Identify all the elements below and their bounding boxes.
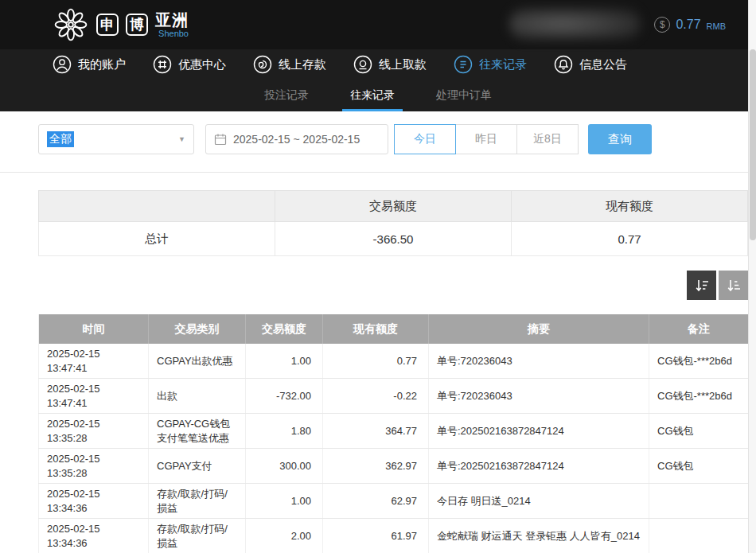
dollar-icon: $ [654,17,670,33]
header-note: 备注 [649,314,749,344]
summary-transaction-total: -366.50 [275,222,512,256]
table-row: 2025-02-15 13:34:36 存款/取款/打码/损益 1.00 62.… [39,484,749,519]
balance-display[interactable]: $ 0.77 RMB [654,0,726,49]
cell-amount: 1.80 [246,414,323,449]
nav-item-online-deposit[interactable]: 线上存款 [253,55,326,74]
cell-time: 2025-02-15 13:35:28 [39,414,149,449]
nav-item-announcements[interactable]: 信息公告 [554,55,627,74]
cell-note: CG钱包-***2b6d [649,379,749,414]
top-header: 申 博 亚洲 Shenbo $ 0.77 RMB [0,0,756,49]
cell-note: CG钱包 [649,414,749,449]
sort-ascending-icon [726,278,742,294]
tab-label: 往来记录 [350,88,395,103]
summary-balance-total: 0.77 [512,222,748,256]
cell-summary: 今日存 明日送_0214 [429,484,649,519]
cell-time: 2025-02-15 13:35:28 [39,449,149,484]
page: 申 博 亚洲 Shenbo $ 0.77 RMB 我的账户 [0,0,756,553]
cell-summary: 单号:202502163872847124 [429,449,649,484]
table-row: 2025-02-15 13:47:41 出款 -732.00 -0.22 单号:… [39,379,749,414]
nav-item-promo-center[interactable]: 优惠中心 [153,55,226,74]
range-button-today[interactable]: 今日 [394,124,456,154]
range-button-last8days[interactable]: 近8日 [516,124,579,154]
cell-note [649,519,749,553]
records-header-row: 时间 交易类别 交易额度 现有额度 摘要 备注 [39,314,749,344]
summary-table: 交易额度 现有额度 总计 -366.50 0.77 [38,190,748,256]
nav-label: 线上取款 [379,57,427,72]
records-icon [454,55,473,74]
withdraw-coin-icon [353,55,372,74]
flower-logo-icon [53,6,89,43]
range-button-yesterday[interactable]: 昨日 [455,124,517,154]
deposit-coin-icon [253,55,272,74]
cell-amount: 2.00 [246,519,323,553]
logo-char-shen: 申 [96,14,119,36]
sort-descending-button[interactable] [687,271,716,300]
cell-amount: 1.00 [246,344,323,379]
date-range-input[interactable]: 2025-02-15 ~ 2025-02-15 [205,124,388,154]
summary-total-label: 总计 [39,222,275,256]
cell-type: CGPAY支付 [149,449,246,484]
summary-header-balance: 现有额度 [512,191,748,222]
category-select[interactable]: 全部 ▼ [38,124,194,154]
nav-item-online-withdraw[interactable]: 线上取款 [353,55,427,74]
cell-time: 2025-02-15 13:47:41 [39,379,149,414]
cell-time: 2025-02-15 13:34:36 [39,519,149,553]
user-icon [53,55,72,74]
table-row: 2025-02-15 13:35:28 CGPAY支付 300.00 362.9… [39,449,749,484]
cell-type: 存款/取款/打码/损益 [149,519,246,553]
cell-balance: 362.97 [323,449,429,484]
promo-grid-icon [153,55,172,74]
cell-summary: 单号:720236043 [429,344,649,379]
chevron-down-icon: ▼ [178,135,185,143]
section-divider [0,172,756,173]
scrollbar-thumb[interactable] [750,49,756,240]
header-time: 时间 [39,314,149,344]
sort-controls [0,271,748,300]
summary-header-transaction: 交易额度 [275,191,512,222]
tab-betting-records[interactable]: 投注记录 [261,80,312,111]
cell-amount: 300.00 [246,449,323,484]
cell-type: 存款/取款/打码/损益 [149,484,246,519]
nav-label: 信息公告 [579,57,627,72]
calendar-icon [214,133,227,146]
main-nav: 我的账户 优惠中心 线上存款 线上取款 [0,49,756,80]
header-summary: 摘要 [429,314,649,344]
summary-header-empty [39,191,275,222]
cell-note: CG钱包-***2b6d [649,344,749,379]
logo-char-bo: 博 [126,14,148,36]
records-table: 时间 交易类别 交易额度 现有额度 摘要 备注 2025-02-15 13:47… [38,314,749,553]
summary-row: 总计 -366.50 0.77 [39,222,748,256]
cell-summary: 单号:720236043 [429,379,649,414]
records-tbody: 2025-02-15 13:47:41 CGPAY出款优惠 1.00 0.77 … [39,344,749,553]
cell-balance: 364.77 [323,414,429,449]
vertical-scrollbar[interactable] [748,0,756,553]
cell-amount: -732.00 [246,379,323,414]
nav-label: 线上存款 [279,57,326,72]
query-button[interactable]: 查询 [588,124,652,154]
cell-type: 出款 [149,379,246,414]
brand-logo[interactable]: 申 博 亚洲 Shenbo [53,6,189,43]
nav-label: 我的账户 [78,57,126,72]
cell-type: CGPAY出款优惠 [149,344,246,379]
cell-type: CGPAY-CG钱包支付笔笔送优惠 [149,414,246,449]
cell-balance: 62.97 [323,484,429,519]
sort-ascending-button[interactable] [719,271,748,300]
tab-label: 处理中订单 [436,88,492,103]
cell-time: 2025-02-15 13:47:41 [39,344,149,379]
cell-balance: 61.97 [323,519,429,553]
filter-bar: 全部 ▼ 2025-02-15 ~ 2025-02-15 今日 昨日 近8日 查… [0,111,756,166]
balance-currency: RMB [707,21,726,31]
nav-label: 往来记录 [479,57,527,72]
sub-nav: 投注记录 往来记录 处理中订单 [0,80,756,111]
category-selected-value: 全部 [47,131,74,147]
cell-note: CG钱包 [649,449,749,484]
table-row: 2025-02-15 13:34:36 存款/取款/打码/损益 2.00 61.… [39,519,749,553]
tab-processing-orders[interactable]: 处理中订单 [433,80,495,111]
nav-item-my-account[interactable]: 我的账户 [53,55,126,74]
header-balance: 现有额度 [323,314,429,344]
cell-time: 2025-02-15 13:34:36 [39,484,149,519]
header-type: 交易类别 [149,314,246,344]
balance-amount: 0.77 [676,18,700,32]
nav-item-transaction-records[interactable]: 往来记录 [454,55,527,74]
tab-transaction-records[interactable]: 往来记录 [347,80,398,111]
